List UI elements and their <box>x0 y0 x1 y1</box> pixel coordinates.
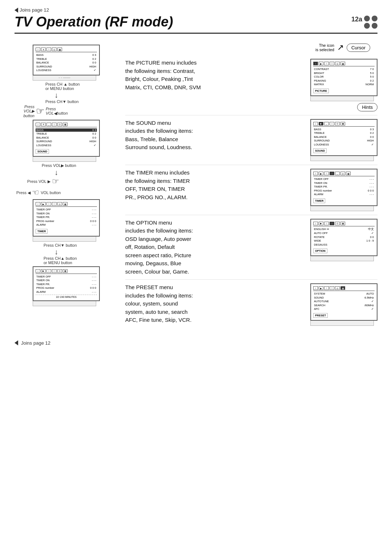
tmr-screen-base <box>310 206 374 211</box>
arrow-down-3: ↓ <box>54 248 122 255</box>
tab-timer-3: TIMER <box>36 229 48 234</box>
left-screen-1-container: ♪ ☀ ○ ⊙ ▦ BASS0 3 TREBLE0 2 BALANCE0 0 S… <box>33 45 122 81</box>
picture-text-line4: Matrix, CTI, COMB, DNR, SVM <box>125 84 201 90</box>
row-loudness-1: LOUDNESS✓ <box>36 69 97 72</box>
icon-speaker: ♪ <box>36 48 40 51</box>
preset-section: The PRESET menu includes the following i… <box>125 280 377 329</box>
sound-screen-container: ♪ ▶ _ ○ ⊙ ▦ BASS0 3 TREBLE0 2 BALANCE0 0… <box>310 119 377 161</box>
timer-screen-container: ♪ ▶ ○ □ _ ⊙ ▦ TIMER OFF- - - TIMER ON- -… <box>310 169 377 211</box>
picture-text: The PICTURE menu includes the following … <box>125 59 305 91</box>
row-prognum-4: PROG number0 0 0 <box>36 286 97 290</box>
sound-text-line4: Surround sound, Loudness. <box>125 144 192 150</box>
opt-row-english: ENGLISH ⇔中文 <box>313 227 375 231</box>
left-screen-4: ♪ ▶ ○ □ ⊙ ▦ TIMER OFF- - - TIMER ON- - -… <box>33 266 100 301</box>
left-column: ♪ ☀ ○ ⊙ ▦ BASS0 3 TREBLE0 2 BALANCE0 0 S… <box>15 41 122 329</box>
option-screen: ♪ ▶ ○ □ ⊙ ▦ ENGLISH ⇔中文 AUTO OFF✓ ROTATE… <box>310 219 377 257</box>
icon-selected-line1: The icon <box>315 43 334 48</box>
tab-preset: PRESET <box>313 313 328 318</box>
icon-pst-1: ♪ <box>313 286 318 290</box>
hints-area: Hints <box>310 103 377 111</box>
row-timeroff-4: TIMER OFF- - - <box>36 275 97 278</box>
preset-text-line3: colour, system, sound <box>125 300 178 307</box>
preset-screen-container: ♪ ▶ ○ □ ⊙ ▦ SYSTEMAUTO SOUND6.5MHz AUTOT… <box>310 283 377 326</box>
icon-brightness-2: ☀ <box>41 123 46 126</box>
icon-opt-5: ⊙ <box>335 222 340 225</box>
icon-pic-5: ⊙ <box>335 62 340 65</box>
vol-labels-area: Press VOL▶ button ☞ Press VOL◀button <box>15 104 122 118</box>
mini-screen-2: ♪ ☀ _ ○ ⊙ ▦ BASS0 3 TREBLE0 2 BALANCE0 0… <box>36 123 97 154</box>
icon-s4-2: ▶ <box>41 269 46 273</box>
press-vol-left-label: Press VOL◀button <box>46 107 68 116</box>
icon-s3-6: ▦ <box>63 202 68 206</box>
press-vol-right-label: Press VOL▶ button <box>15 104 34 118</box>
icon-pic-2: ▶ <box>319 62 323 65</box>
row-timeron-3: TIMER ON- - - <box>36 212 97 215</box>
snd-row-loudness: LOUDNESS✓ <box>313 143 375 146</box>
preset-text-line4: system, auto tune, search <box>125 309 188 315</box>
icon-pst-6: ▦ <box>340 286 345 290</box>
icon-tmr-6: ⊙ <box>340 172 345 175</box>
icon-tmr-7: ▦ <box>346 172 351 175</box>
option-text: The OPTION menu includes the following i… <box>125 219 305 276</box>
preset-text: The PRESET menu includes the following i… <box>125 283 305 324</box>
icon-snd-4: ○ <box>330 122 334 126</box>
picture-mini-screen: ♪ ▶ ○ □ ⊙ ▦ CONTRAST7 0 BRIGHT5 0 COLOR5… <box>313 62 375 93</box>
icon-tmr-1: ♪ <box>313 172 318 175</box>
icon-pic-6: ▦ <box>340 62 345 65</box>
pic-screen-base <box>310 96 374 101</box>
opt-row-degauss: DEGAUSS <box>313 243 375 246</box>
cursor-arrow-icon: ↗ <box>337 43 344 52</box>
sound-screen: ♪ ▶ _ ○ ⊙ ▦ BASS0 3 TREBLE0 2 BALANCE0 0… <box>310 119 377 156</box>
arrow-left-bottom-icon <box>15 340 18 345</box>
row-treble-1: TREBLE0 2 <box>36 57 97 61</box>
press-vol-right-btn-label: Press VOL▶ button <box>42 163 122 168</box>
icon-circle: ○ <box>46 48 51 51</box>
pst-screen-base <box>310 321 374 326</box>
pst-row-autotune: AUTOTUNE✓ <box>313 300 375 303</box>
option-text-line5: screen aspect ratio, Picture <box>125 252 191 258</box>
row-bass-2-sel: BASS0 3 <box>36 128 97 132</box>
screen-base-2 <box>33 157 96 162</box>
pic-row-peaking: PEAKING0 2 <box>313 79 375 82</box>
tmr-row-alarm: ALARM- - - <box>313 193 375 196</box>
pst-row-afc: AFC✓ <box>313 307 375 311</box>
preset-mini-screen: ♪ ▶ ○ □ ⊙ ▦ SYSTEMAUTO SOUND6.5MHz AUTOT… <box>313 286 375 318</box>
icon-speaker-2: ♪ <box>36 123 40 126</box>
icon-snd-2: ▶ <box>319 122 323 126</box>
press-vol-right-text: Press VOL▶ button <box>42 163 76 168</box>
icon-opt-2: ▶ <box>319 222 323 225</box>
press-ch-up-label: Press CH ▲ button or MENU button <box>45 82 122 91</box>
tmr-row-on: TIMER ON- - - <box>313 181 375 185</box>
tmr-row-prog: PROG number0 0 0 <box>313 189 375 192</box>
icon-opt-4: □ <box>330 222 334 225</box>
press-ch-down-text: Press CH▼ button <box>45 99 79 104</box>
mini-screen-3: ♪ ▶ ○ □ ⊙ ▦ TIMER OFF- - - TIMER ON- - -… <box>36 202 97 234</box>
icon-preset: ▦ <box>57 48 62 51</box>
timer-section: The TIMER menu includes the following it… <box>125 165 377 215</box>
snd-row-surround: SURROUNDHIGH <box>313 139 375 142</box>
row-timeron-4: TIMER ON- - - <box>36 279 97 282</box>
page-container: Joins page 12 TV Operation (RF mode) 12a <box>0 0 392 554</box>
mini-screen-4: ♪ ▶ ○ □ ⊙ ▦ TIMER OFF- - - TIMER ON- - -… <box>36 269 97 298</box>
preset-screen: ♪ ▶ ○ □ ⊙ ▦ SYSTEMAUTO SOUND6.5MHz AUTOT… <box>310 283 377 321</box>
sound-text-line3: Bass, Treble, Balance <box>125 136 178 142</box>
picture-text-line2: the following items: Contrast, <box>125 68 195 74</box>
pst-row-system: SYSTEMAUTO <box>313 292 375 295</box>
icon-preset-2: ▦ <box>63 123 68 126</box>
row-treble-2: TREBLE0 2 <box>36 132 97 135</box>
icon-tmr-5: _ <box>335 172 340 175</box>
icon-pic-3: ○ <box>324 62 329 65</box>
icon-gear-2: ⊙ <box>57 123 62 126</box>
icon-pic-1: ♪ <box>313 62 318 65</box>
icon-snd-3: _ <box>324 122 329 126</box>
timer-text-line2: the following items: TIMER <box>125 178 190 184</box>
snd-row-treble: TREBLE0 2 <box>313 131 375 135</box>
timer-text-line3: OFF, TIMER ON, TIMER <box>125 186 185 192</box>
badge-dot-4 <box>372 23 377 29</box>
picture-text-line3: Bright, Colour, Peaking ,Tint <box>125 76 193 82</box>
badge-dot-2 <box>372 16 377 21</box>
press-ch-up-2-text: Press CH▲ button or MENU button <box>44 256 122 265</box>
sound-mini-screen: ♪ ▶ _ ○ ⊙ ▦ BASS0 3 TREBLE0 2 BALANCE0 0… <box>313 122 375 153</box>
press-ch-down-label: Press CH▼ button <box>45 99 122 104</box>
row-surround-2: SURROUNDHIGH <box>36 140 97 143</box>
